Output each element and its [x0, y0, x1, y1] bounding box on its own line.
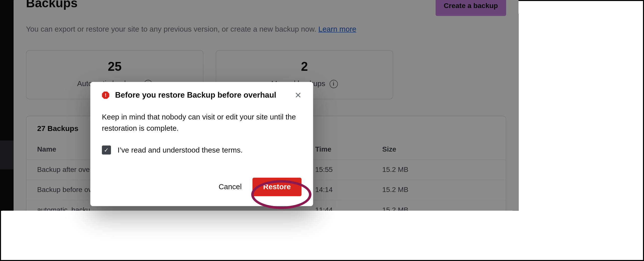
checkbox-checked-icon[interactable]: ✓: [102, 146, 111, 155]
alert-icon: !: [102, 91, 109, 99]
restore-button[interactable]: Restore: [252, 178, 302, 196]
modal-body-text: Keep in mind that nobody can visit or ed…: [102, 112, 302, 134]
restore-confirmation-modal: ! Before you restore Backup before overh…: [90, 82, 313, 206]
terms-checkbox-label: I’ve read and understood these terms.: [117, 146, 242, 155]
close-icon[interactable]: ✕: [295, 90, 302, 100]
cancel-button[interactable]: Cancel: [215, 178, 245, 195]
modal-title: Before you restore Backup before overhau…: [115, 91, 289, 100]
terms-checkbox-row[interactable]: ✓ I’ve read and understood these terms.: [102, 146, 302, 155]
